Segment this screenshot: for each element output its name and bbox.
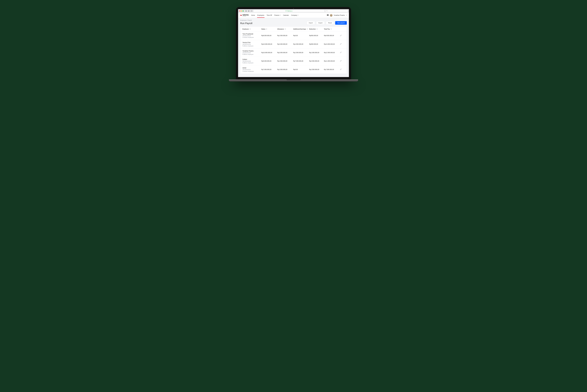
cell-deduction: Rp500.000,00 bbox=[309, 43, 324, 45]
nav-label: Calendar bbox=[283, 14, 289, 16]
cell-allowance: Rp2.000.000,00 bbox=[277, 43, 293, 45]
employee-name: Yonathan Prawira bbox=[242, 50, 261, 52]
col-salary[interactable]: Salary ▲▼ bbox=[261, 28, 277, 30]
app-header: talenta by mekari Home Employees Time Of… bbox=[238, 13, 349, 18]
table-row: Yonathan Prawira18120210135Fulltime empl… bbox=[240, 48, 347, 57]
employee-id: 18120210136 bbox=[242, 60, 261, 62]
cell-salary: Rp8.000.000,00 bbox=[261, 35, 277, 36]
run-payroll-button[interactable]: Run payroll bbox=[335, 21, 347, 25]
col-label: Additional Earnings bbox=[293, 28, 306, 30]
employee-id: 18120210137 bbox=[242, 69, 261, 70]
browser-back-button[interactable]: ◀ bbox=[245, 10, 247, 12]
employee-type: Fulltime employee bbox=[242, 45, 261, 46]
table-row: Zainal18120210137Contract employeeRp7.00… bbox=[240, 65, 347, 74]
cell-employee: Tiara Puspitawati18120210133Contract emp… bbox=[242, 33, 261, 38]
nav-calendar[interactable]: Calendar bbox=[283, 13, 289, 18]
window-close-icon[interactable] bbox=[239, 10, 240, 12]
user-name: Yonathan Prawira bbox=[334, 14, 345, 16]
cell-total: Rp11.000.000,00 bbox=[324, 60, 340, 62]
caret-down-icon[interactable]: ▼ bbox=[346, 15, 347, 16]
nav-home[interactable]: Home bbox=[251, 13, 255, 18]
nav-employees[interactable]: Employees bbox=[257, 13, 264, 18]
page-title: Run Payroll bbox=[240, 22, 252, 25]
cell-total: Rp12.500.000,00 bbox=[324, 52, 340, 54]
table-row: Zulfahri18120210136Fulltime employeeRp5.… bbox=[240, 57, 347, 65]
logo-icon bbox=[240, 14, 242, 16]
nav-label: Time Off bbox=[267, 14, 272, 16]
caret-down-icon: ▼ bbox=[280, 15, 281, 16]
cell-deduction: Rp2.500.000,00 bbox=[309, 60, 324, 62]
browser-url: Talenta.co bbox=[287, 10, 292, 12]
mail-icon[interactable] bbox=[327, 14, 329, 16]
nav-company[interactable]: Company ▼ bbox=[291, 13, 299, 18]
col-allowance[interactable]: Allowance ▲▼ bbox=[277, 28, 293, 30]
import-button[interactable]: Import bbox=[307, 21, 315, 25]
cell-salary: Rp10.000.000,00 bbox=[261, 52, 277, 54]
cell-allowance: Rp1.500.000,00 bbox=[277, 35, 293, 36]
cell-employee: Zulfahri18120210136Fulltime employee bbox=[242, 58, 261, 64]
col-label: Employee bbox=[242, 28, 249, 30]
reset-button[interactable]: Reset bbox=[326, 21, 334, 25]
user-area: Yonathan Prawira ▼ bbox=[327, 14, 347, 16]
col-additional[interactable]: Additional Earnings ▲▼ bbox=[293, 28, 309, 30]
col-deduction[interactable]: Deduction ▲▼ bbox=[309, 28, 324, 30]
laptop-screen-frame: ◀ ▶ + Talenta.co bbox=[236, 7, 351, 80]
sort-icon: ▲▼ bbox=[317, 28, 318, 30]
cell-additional: Rp0,00 bbox=[293, 35, 309, 36]
cell-total: Rp13.000.000,00 bbox=[324, 43, 340, 45]
employee-name: Zulfahri bbox=[242, 58, 261, 60]
col-label: Allowance bbox=[277, 28, 284, 30]
browser-new-tab-button[interactable]: + bbox=[251, 10, 253, 12]
cell-employee: Yessica Putri18120210134Fulltime employe… bbox=[242, 42, 261, 46]
sort-icon: ▲▼ bbox=[307, 28, 308, 30]
edit-row-button[interactable] bbox=[340, 68, 345, 70]
pencil-icon bbox=[340, 60, 342, 62]
breadcrumb[interactable]: Employees / Payroll bbox=[240, 20, 347, 21]
cell-employee: Yonathan Prawira18120210135Fulltime empl… bbox=[242, 50, 261, 55]
page-actions: Import Export Reset Run payroll bbox=[307, 21, 347, 25]
search-icon bbox=[326, 10, 328, 12]
employee-id: 18120210134 bbox=[242, 44, 261, 45]
cell-additional: Rp7.000.000,00 bbox=[293, 60, 309, 62]
cell-deduction: Rp1.500.000,00 bbox=[309, 69, 324, 70]
col-employee[interactable]: Employee ▲▼ bbox=[242, 28, 261, 30]
employee-name: Yessica Putri bbox=[242, 42, 261, 43]
browser-forward-button[interactable]: ▶ bbox=[248, 10, 250, 12]
nav-time-off[interactable]: Time Off bbox=[267, 13, 272, 18]
nav-label: Employees bbox=[257, 14, 264, 16]
laptop-camera bbox=[293, 8, 294, 9]
sort-icon: ▲▼ bbox=[249, 28, 251, 30]
browser-search-box[interactable] bbox=[325, 10, 348, 12]
edit-row-button[interactable] bbox=[340, 43, 345, 45]
cell-additional: Rp0,00 bbox=[293, 69, 309, 70]
cell-salary: Rp7.000.000,00 bbox=[261, 69, 277, 70]
edit-row-button[interactable] bbox=[340, 60, 345, 62]
cell-allowance: Rp2.000.000,00 bbox=[277, 52, 293, 54]
laptop-mockup: ◀ ▶ + Talenta.co bbox=[236, 7, 351, 82]
nav-label: Home bbox=[251, 14, 255, 16]
pencil-icon bbox=[340, 34, 342, 36]
browser-address-bar[interactable]: Talenta.co bbox=[253, 10, 325, 12]
pencil-icon bbox=[340, 52, 342, 53]
export-button[interactable]: Export bbox=[316, 21, 325, 25]
payroll-table: Employee ▲▼ Salary ▲▼ Allowance ▲▼ Add bbox=[240, 26, 347, 74]
cell-total: Rp7.000.000,00 bbox=[324, 69, 340, 70]
edit-row-button[interactable] bbox=[340, 52, 345, 54]
table-header: Employee ▲▼ Salary ▲▼ Allowance ▲▼ Add bbox=[240, 27, 347, 31]
col-total[interactable]: Total Pay ▲▼ bbox=[324, 28, 340, 30]
nav-finance[interactable]: Finance ▼ bbox=[274, 13, 281, 18]
employee-type: Fulltime employee bbox=[242, 62, 261, 64]
lock-icon bbox=[286, 10, 287, 12]
app-logo[interactable]: talenta by mekari bbox=[240, 14, 249, 16]
avatar[interactable] bbox=[330, 14, 332, 16]
nav-label: Company bbox=[291, 14, 297, 16]
cell-total: Rp9.000.000,00 bbox=[324, 35, 340, 36]
edit-row-button[interactable] bbox=[340, 34, 345, 37]
col-label: Deduction bbox=[309, 28, 316, 30]
window-zoom-icon[interactable] bbox=[243, 10, 244, 12]
pencil-icon bbox=[340, 68, 342, 70]
svg-rect-2 bbox=[327, 14, 329, 16]
page-body: Employees / Payroll Run Payroll Import E… bbox=[238, 18, 349, 77]
cell-employee: Zainal18120210137Contract employee bbox=[242, 67, 261, 72]
window-minimize-icon[interactable] bbox=[241, 10, 242, 12]
